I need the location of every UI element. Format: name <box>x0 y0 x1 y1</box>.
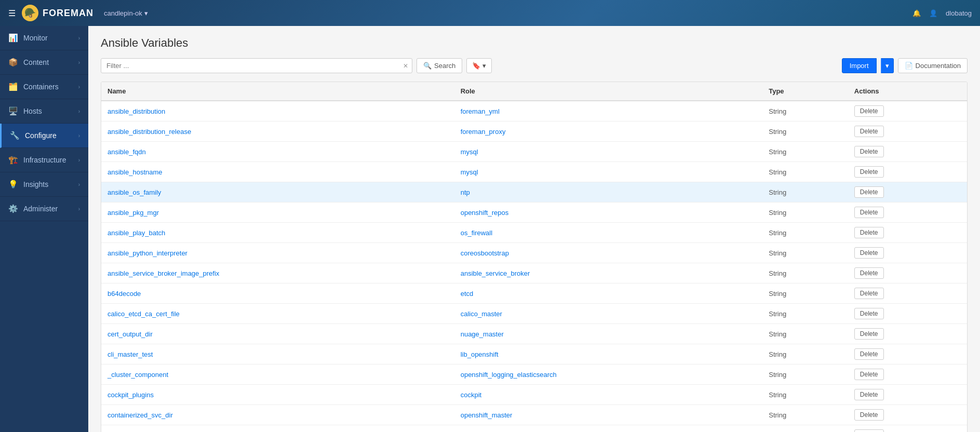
chevron-infrastructure-icon: › <box>78 157 80 163</box>
name-link[interactable]: cert_output_dir <box>108 330 153 338</box>
delete-button[interactable]: Delete <box>854 389 884 400</box>
delete-button[interactable]: Delete <box>854 308 884 319</box>
role-link[interactable]: cockpit <box>461 391 481 399</box>
col-header-role[interactable]: Role <box>454 82 763 101</box>
name-link[interactable]: ansible_python_interpreter <box>108 249 187 257</box>
delete-button[interactable]: Delete <box>854 126 884 137</box>
name-link[interactable]: ansible_os_family <box>108 188 161 196</box>
role-link[interactable]: etcd <box>461 290 474 298</box>
name-link[interactable]: b64decode <box>108 290 141 298</box>
cell-type: String <box>762 162 848 182</box>
chevron-monitor-icon: › <box>78 35 80 41</box>
filter-input[interactable] <box>101 58 412 73</box>
cell-name: ansible_fqdn <box>101 142 454 162</box>
delete-button[interactable]: Delete <box>854 369 884 380</box>
table-row: cockpit_plugins cockpit String Delete <box>101 385 967 405</box>
delete-button[interactable]: Delete <box>854 186 884 198</box>
chevron-hosts-icon: › <box>78 109 80 114</box>
name-link[interactable]: containerized_svc_dir <box>108 411 173 419</box>
role-link[interactable]: openshift_logging_elasticsearch <box>461 371 557 379</box>
chevron-administer-icon: › <box>78 206 80 212</box>
table-row: ansible_fqdn mysql String Delete <box>101 142 967 162</box>
delete-button[interactable]: Delete <box>854 348 884 360</box>
role-link[interactable]: mysql <box>461 168 478 176</box>
delete-button[interactable]: Delete <box>854 429 884 432</box>
notification-icon[interactable]: 🔔 <box>912 9 921 17</box>
name-link[interactable]: cockpit_plugins <box>108 391 154 399</box>
col-header-name[interactable]: Name <box>101 82 454 101</box>
cell-actions: Delete <box>848 304 967 324</box>
table-row: contiv_bin_dir contiv_facts String Delet… <box>101 425 967 433</box>
cell-role: ansible_service_broker <box>454 263 763 284</box>
name-link[interactable]: ansible_pkg_mgr <box>108 209 159 217</box>
sidebar-label-containers: Containers <box>23 83 59 91</box>
role-link[interactable]: foreman_yml <box>461 107 500 115</box>
delete-button[interactable]: Delete <box>854 328 884 340</box>
name-link[interactable]: ansible_play_batch <box>108 229 165 237</box>
cell-role: coreosbootstrap <box>454 243 763 263</box>
role-link[interactable]: openshift_master <box>461 411 513 419</box>
import-dropdown-button[interactable]: ▾ <box>881 58 894 73</box>
delete-button[interactable]: Delete <box>854 247 884 259</box>
hamburger-icon[interactable]: ☰ <box>8 8 16 18</box>
role-link[interactable]: openshift_repos <box>461 209 509 217</box>
sidebar-item-configure[interactable]: 🔧 Configure › <box>0 124 88 148</box>
delete-button[interactable]: Delete <box>854 227 884 238</box>
col-header-type: Type <box>762 82 848 101</box>
documentation-button[interactable]: 📄 Documentation <box>898 58 968 73</box>
cell-actions: Delete <box>848 365 967 385</box>
delete-button[interactable]: Delete <box>854 166 884 178</box>
role-link[interactable]: ansible_service_broker <box>461 269 530 277</box>
table-row: ansible_python_interpreter coreosbootstr… <box>101 243 967 263</box>
page-title: Ansible Variables <box>101 36 968 50</box>
role-link[interactable]: lib_openshift <box>461 350 499 358</box>
import-dropdown-chevron-icon: ▾ <box>885 62 889 70</box>
cell-name: ansible_distribution_release <box>101 122 454 142</box>
name-link[interactable]: calico_etcd_ca_cert_file <box>108 310 180 318</box>
sidebar-item-insights[interactable]: 💡 Insights › <box>0 172 88 197</box>
bookmark-button[interactable]: 🔖 ▾ <box>466 58 492 73</box>
delete-button[interactable]: Delete <box>854 288 884 299</box>
role-link[interactable]: nuage_master <box>461 330 504 338</box>
role-link[interactable]: ntp <box>461 188 470 196</box>
delete-button[interactable]: Delete <box>854 146 884 157</box>
delete-button[interactable]: Delete <box>854 267 884 279</box>
name-link[interactable]: ansible_hostname <box>108 168 163 176</box>
org-selector[interactable]: candlepin-ok ▾ <box>104 9 148 17</box>
cell-actions: Delete <box>848 385 967 405</box>
sidebar-item-hosts[interactable]: 🖥️ Hosts › <box>0 99 88 124</box>
delete-button[interactable]: Delete <box>854 409 884 421</box>
name-link[interactable]: ansible_fqdn <box>108 148 146 156</box>
filter-input-wrap: ✕ <box>101 58 412 73</box>
sidebar-item-content[interactable]: 📦 Content › <box>0 50 88 75</box>
import-button[interactable]: Import <box>842 58 877 73</box>
chevron-content-icon: › <box>78 60 80 65</box>
doc-icon: 📄 <box>905 62 913 70</box>
delete-button[interactable]: Delete <box>854 207 884 218</box>
sidebar-item-monitor[interactable]: 📊 Monitor › <box>0 26 88 50</box>
cell-type: String <box>762 182 848 203</box>
name-link[interactable]: ansible_service_broker_image_prefix <box>108 269 219 277</box>
sidebar-item-administer[interactable]: ⚙️ Administer › <box>0 197 88 221</box>
sidebar-item-containers[interactable]: 🗂️ Containers › <box>0 75 88 99</box>
sidebar-item-infrastructure[interactable]: 🏗️ Infrastructure › <box>0 148 88 172</box>
search-label: Search <box>434 62 455 70</box>
name-link[interactable]: ansible_distribution_release <box>108 128 191 136</box>
user-icon[interactable]: 👤 <box>929 9 937 17</box>
cell-name: ansible_distribution <box>101 101 454 122</box>
search-button[interactable]: 🔍 Search <box>417 58 462 73</box>
cell-role: calico_master <box>454 304 763 324</box>
role-link[interactable]: foreman_proxy <box>461 128 506 136</box>
role-link[interactable]: os_firewall <box>461 229 492 237</box>
filter-clear-icon[interactable]: ✕ <box>403 62 408 70</box>
delete-button[interactable]: Delete <box>854 105 884 117</box>
role-link[interactable]: calico_master <box>461 310 502 318</box>
username: dlobatog <box>946 9 972 17</box>
name-link[interactable]: ansible_distribution <box>108 107 165 115</box>
role-link[interactable]: coreosbootstrap <box>461 249 509 257</box>
cell-actions: Delete <box>848 182 967 203</box>
name-link[interactable]: _cluster_component <box>108 371 168 379</box>
cell-role: nuage_master <box>454 324 763 344</box>
name-link[interactable]: cli_master_test <box>108 350 153 358</box>
role-link[interactable]: mysql <box>461 148 478 156</box>
